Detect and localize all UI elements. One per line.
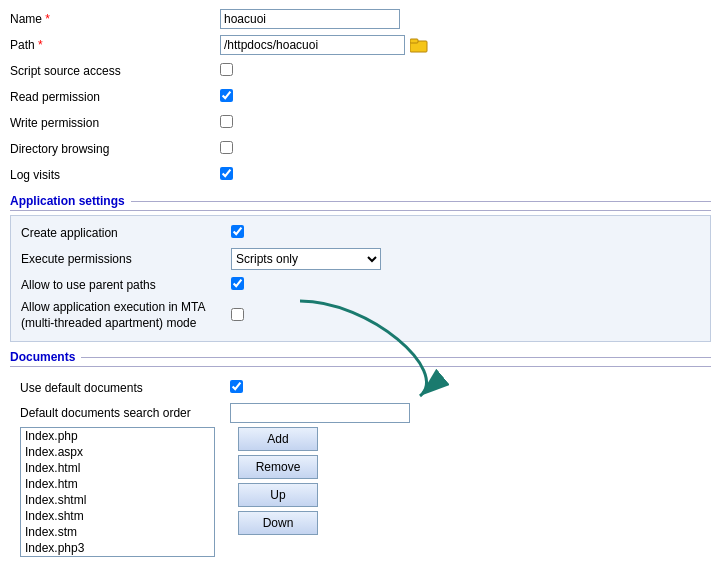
read-permission-row: Read permission (10, 86, 711, 108)
list-item[interactable]: Index.php3 (21, 540, 214, 556)
list-item[interactable]: Index.shtm (21, 508, 214, 524)
parent-paths-row: Allow to use parent paths (21, 274, 700, 296)
read-permission-label: Read permission (10, 90, 220, 104)
remove-button[interactable]: Remove (238, 455, 318, 479)
directory-browsing-checkbox[interactable] (220, 141, 233, 154)
create-app-label: Create application (21, 226, 231, 240)
up-button[interactable]: Up (238, 483, 318, 507)
list-item[interactable]: Index.php (21, 428, 214, 444)
execute-permissions-row: Execute permissions None Scripts only Sc… (21, 248, 700, 270)
name-input[interactable] (220, 9, 400, 29)
script-source-checkbox[interactable] (220, 63, 233, 76)
search-order-row: Default documents search order (20, 403, 701, 423)
execute-permissions-control: None Scripts only Scripts and Executable… (231, 248, 700, 270)
directory-browsing-label: Directory browsing (10, 142, 220, 156)
down-button[interactable]: Down (238, 511, 318, 535)
execute-permissions-label: Execute permissions (21, 252, 231, 266)
app-settings-header: Application settings (10, 194, 711, 211)
create-app-control (231, 225, 700, 241)
mta-row: Allow application execution in MTA (mult… (21, 300, 700, 331)
search-order-label: Default documents search order (20, 406, 230, 420)
app-settings-section: Create application Execute permissions N… (10, 215, 711, 342)
list-item[interactable]: Index.htm (21, 476, 214, 492)
use-default-control (230, 380, 701, 396)
path-input[interactable] (220, 35, 405, 55)
listbox-wrapper: Index.phpIndex.aspxIndex.htmlIndex.htmIn… (20, 427, 230, 557)
mta-control (231, 308, 700, 324)
documents-section: Use default documents Default documents … (10, 371, 711, 563)
documents-listbox[interactable]: Index.phpIndex.aspxIndex.htmlIndex.htmIn… (20, 427, 215, 557)
list-item[interactable]: Index.stm (21, 524, 214, 540)
parent-paths-control (231, 277, 700, 293)
parent-paths-checkbox[interactable] (231, 277, 244, 290)
parent-paths-label: Allow to use parent paths (21, 278, 231, 292)
list-item[interactable]: Index.aspx (21, 444, 214, 460)
path-control (220, 35, 711, 55)
read-permission-checkbox[interactable] (220, 89, 233, 102)
list-item[interactable]: Index.shtml (21, 492, 214, 508)
script-source-row: Script source access (10, 60, 711, 82)
log-visits-control (220, 167, 711, 183)
log-visits-label: Log visits (10, 168, 220, 182)
script-source-control (220, 63, 711, 79)
use-default-label: Use default documents (20, 381, 230, 395)
documents-header: Documents (10, 350, 711, 367)
list-item[interactable]: Index.html (21, 460, 214, 476)
mta-label: Allow application execution in MTA (mult… (21, 300, 231, 331)
name-label: Name * (10, 12, 220, 26)
write-permission-control (220, 115, 711, 131)
svg-rect-1 (410, 39, 418, 43)
add-button[interactable]: Add (238, 427, 318, 451)
name-control (220, 9, 711, 29)
mta-checkbox[interactable] (231, 308, 244, 321)
docs-buttons: Add Remove Up Down (238, 427, 318, 557)
execute-permissions-select[interactable]: None Scripts only Scripts and Executable… (231, 248, 381, 270)
name-row: Name * (10, 8, 711, 30)
log-visits-checkbox[interactable] (220, 167, 233, 180)
directory-browsing-control (220, 141, 711, 157)
write-permission-checkbox[interactable] (220, 115, 233, 128)
directory-browsing-row: Directory browsing (10, 138, 711, 160)
write-permission-label: Write permission (10, 116, 220, 130)
folder-browse-icon[interactable] (409, 35, 429, 55)
path-label: Path * (10, 38, 220, 52)
write-permission-row: Write permission (10, 112, 711, 134)
list-item[interactable]: Index.asp (21, 556, 214, 557)
create-app-checkbox[interactable] (231, 225, 244, 238)
log-visits-row: Log visits (10, 164, 711, 186)
path-row: Path * (10, 34, 711, 56)
docs-content: Use default documents Default documents … (10, 371, 711, 563)
script-source-label: Script source access (10, 64, 220, 78)
read-permission-control (220, 89, 711, 105)
use-default-row: Use default documents (20, 377, 701, 399)
docs-list-area: Index.phpIndex.aspxIndex.htmlIndex.htmIn… (20, 427, 701, 557)
use-default-checkbox[interactable] (230, 380, 243, 393)
create-app-row: Create application (21, 222, 700, 244)
search-order-input[interactable] (230, 403, 410, 423)
